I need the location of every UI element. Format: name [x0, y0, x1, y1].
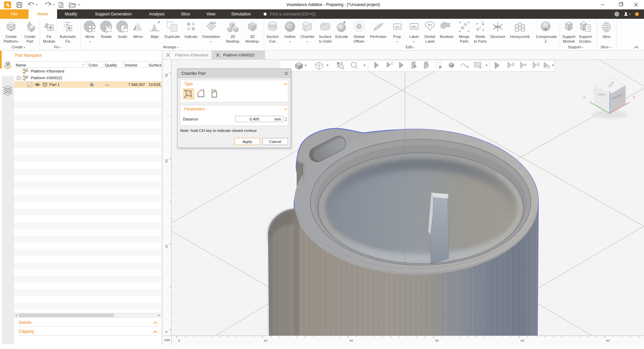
svg-text:0: 0	[164, 331, 168, 333]
svg-text:30: 30	[435, 339, 439, 342]
svg-text:50: 50	[606, 339, 610, 342]
svg-text:abc: abc	[411, 25, 417, 29]
svg-text:10: 10	[164, 245, 168, 248]
svg-text:20: 20	[164, 159, 168, 163]
svg-text:40: 40	[521, 339, 524, 342]
svg-text:0: 0	[178, 339, 180, 342]
svg-text:abc: abc	[428, 23, 433, 27]
svg-text:abc: abc	[395, 25, 400, 29]
svg-text:10: 10	[264, 339, 267, 342]
svg-text:30: 30	[164, 73, 168, 77]
svg-text:20: 20	[349, 339, 353, 342]
